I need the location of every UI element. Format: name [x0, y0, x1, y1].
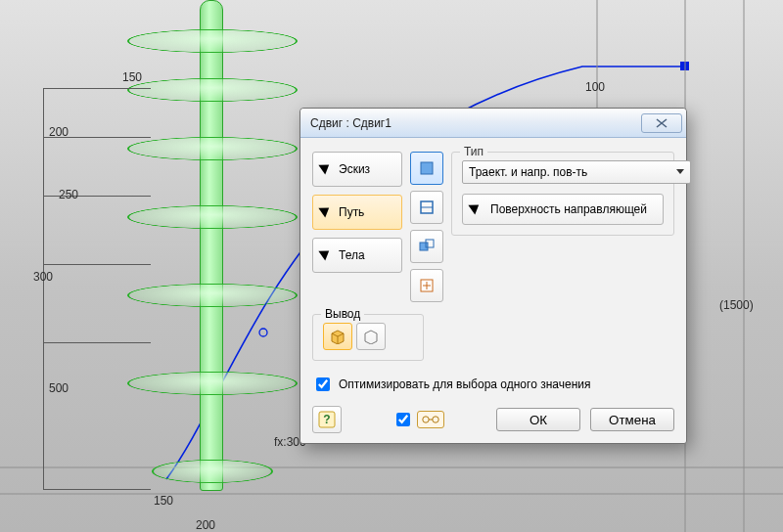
pick-sketch-label: Эскиз	[339, 162, 370, 176]
pick-path-button[interactable]: Путь	[312, 195, 402, 230]
preview-glasses-button[interactable]	[417, 411, 444, 428]
output-surface-button[interactable]	[356, 323, 386, 350]
mode-intersect-button[interactable]	[410, 230, 443, 263]
optimize-checkbox-row[interactable]: Оптимизировать для выбора одного значени…	[312, 375, 674, 394]
cursor-icon	[321, 204, 333, 220]
mode-cut-button[interactable]	[410, 191, 443, 224]
ok-button[interactable]: ОК	[496, 408, 580, 431]
dialog-button-row: ? ОК Отмена	[312, 406, 674, 433]
join-icon	[418, 159, 436, 177]
help-button[interactable]: ?	[312, 406, 342, 433]
optimize-label: Оптимизировать для выбора одного значени…	[339, 377, 590, 391]
dimension-label: 200	[49, 125, 69, 139]
svg-marker-15	[365, 331, 377, 344]
intersect-icon	[418, 238, 436, 255]
cursor-icon	[321, 247, 333, 263]
dimension-label: 150	[154, 494, 173, 508]
svg-point-18	[423, 417, 429, 422]
preview-checkbox[interactable]	[396, 413, 410, 426]
solid-icon	[329, 329, 346, 344]
helix-flight	[152, 460, 273, 483]
guide-surface-button[interactable]: Поверхность направляющей	[462, 194, 664, 225]
help-icon: ?	[318, 411, 336, 428]
svg-rect-10	[420, 243, 428, 250]
dimension-label: 250	[59, 188, 78, 201]
mode-newsolid-button[interactable]	[410, 269, 443, 302]
cancel-button[interactable]: Отмена	[590, 408, 674, 431]
dimension-label: 100	[585, 80, 605, 94]
mode-join-button[interactable]	[410, 152, 443, 185]
dialog-title: Сдвиг : Сдвиг1	[310, 116, 641, 130]
dialog-titlebar[interactable]: Сдвиг : Сдвиг1	[300, 109, 686, 138]
cad-viewport[interactable]: 150 200 250 300 500 150 200 fx:300 100 (…	[0, 0, 783, 532]
dimension-label: (1500)	[719, 298, 754, 312]
sweep-type-value: Траект. и напр. пов-ть	[469, 165, 587, 179]
glasses-icon	[421, 415, 440, 424]
dimension-label: 200	[196, 518, 215, 532]
output-solid-button[interactable]	[323, 323, 352, 350]
pick-bodies-label: Тела	[339, 248, 365, 262]
auger-model	[147, 0, 274, 499]
surface-icon	[362, 329, 380, 344]
newsolid-icon	[418, 277, 436, 294]
sweep-type-combo[interactable]: Траект. и напр. пов-ть	[462, 160, 691, 184]
pick-sketch-button[interactable]: Эскиз	[312, 152, 402, 187]
selection-pickers: Эскиз Путь Тела	[312, 152, 402, 273]
svg-point-19	[433, 417, 438, 422]
pick-bodies-button[interactable]: Тела	[312, 238, 402, 273]
cursor-icon	[471, 201, 483, 217]
svg-rect-7	[421, 162, 433, 174]
pick-path-label: Путь	[339, 205, 364, 219]
svg-text:?: ?	[323, 413, 330, 426]
type-legend: Тип	[460, 145, 487, 158]
close-icon	[656, 118, 668, 128]
close-button[interactable]	[641, 113, 682, 133]
output-legend: Вывод	[321, 307, 364, 321]
dimension-label: 300	[33, 270, 53, 284]
optimize-checkbox[interactable]	[316, 377, 330, 391]
svg-rect-0	[680, 62, 689, 70]
cut-icon	[418, 199, 436, 216]
dimension-label: 150	[122, 70, 142, 84]
operation-mode-column	[410, 152, 443, 302]
guide-surface-label: Поверхность направляющей	[490, 202, 647, 216]
preview-toggles	[392, 410, 444, 429]
dimension-stack-left	[29, 39, 157, 499]
type-group: Тип Траект. и напр. пов-ть Поверхность н…	[451, 152, 674, 236]
sweep-dialog: Сдвиг : Сдвиг1 Эскиз Путь	[299, 108, 687, 444]
dimension-label: 500	[49, 381, 69, 395]
output-group: Вывод	[312, 314, 424, 361]
auger-shaft	[200, 0, 223, 491]
cursor-icon	[321, 161, 333, 177]
